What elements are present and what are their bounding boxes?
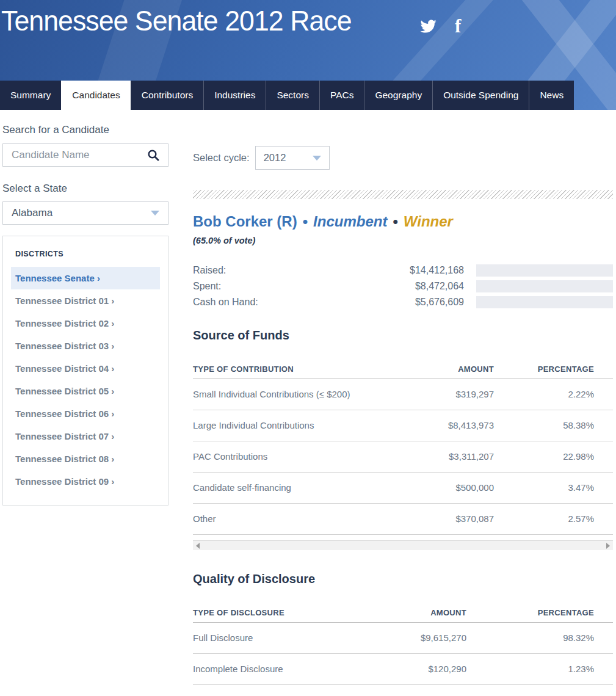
- scroll-left-icon[interactable]: [196, 543, 200, 549]
- district-item-05[interactable]: Tennessee District 05 ›: [11, 380, 160, 402]
- raised-amount: $14,412,168: [366, 264, 464, 277]
- district-item-06[interactable]: Tennessee District 06 ›: [11, 402, 160, 425]
- table-row: Incomplete Disclosure $120,290 1.23%: [193, 654, 613, 685]
- twitter-icon[interactable]: [419, 18, 438, 34]
- horizontal-scrollbar[interactable]: [193, 540, 613, 550]
- facebook-icon[interactable]: f: [455, 18, 461, 34]
- raised-bar-track: [476, 264, 613, 277]
- tab-industries[interactable]: Industries: [203, 81, 266, 110]
- column-header-amount: AMOUNT: [372, 364, 494, 374]
- spent-label: Spent:: [193, 280, 354, 292]
- page-header: Tennessee Senate 2012 Race f Summary Can…: [0, 0, 616, 110]
- contribution-amount: $500,000: [372, 482, 494, 493]
- contribution-percentage: 2.57%: [494, 513, 613, 524]
- social-share: f: [419, 18, 461, 34]
- quality-of-disclosure-title: Quality of Disclosure: [193, 572, 613, 586]
- search-candidate-heading: Search for a Candidate: [2, 124, 168, 136]
- spent-amount: $8,472,064: [366, 280, 464, 292]
- spent-bar-track: [476, 280, 613, 292]
- table-row: Other $370,087 2.57%: [193, 504, 613, 535]
- table-row: Large Individual Contributions $8,413,97…: [193, 410, 613, 441]
- district-item-03[interactable]: Tennessee District 03 ›: [11, 335, 160, 357]
- tab-news[interactable]: News: [529, 81, 574, 110]
- finance-row-cash: Cash on Hand: $5,676,609: [193, 296, 613, 308]
- raised-label: Raised:: [193, 264, 354, 277]
- contribution-type: Candidate self-financing: [193, 482, 372, 493]
- contribution-percentage: 2.22%: [494, 389, 613, 399]
- contribution-percentage: 22.98%: [494, 451, 613, 462]
- column-header-percentage: PERCENTAGE: [466, 608, 613, 617]
- column-header-percentage: PERCENTAGE: [494, 364, 613, 374]
- contribution-type: PAC Contributions: [193, 451, 372, 462]
- vote-share: (65.0% of vote): [193, 236, 613, 245]
- district-item-04[interactable]: Tennessee District 04 ›: [11, 357, 160, 380]
- column-header-type: TYPE OF DISCLOSURE: [193, 608, 344, 617]
- district-item-tennessee-senate[interactable]: Tennessee Senate ›: [11, 267, 160, 289]
- page-title: Tennessee Senate 2012 Race: [1, 4, 352, 37]
- disclosure-percentage: 98.32%: [466, 633, 613, 643]
- state-select[interactable]: Alabama: [2, 201, 168, 225]
- tab-outside-spending[interactable]: Outside Spending: [432, 81, 529, 110]
- district-item-09[interactable]: Tennessee District 09 ›: [11, 470, 160, 493]
- scroll-right-icon[interactable]: [606, 543, 610, 549]
- cycle-label: Select cycle:: [193, 152, 250, 164]
- bullet-separator: •: [303, 213, 308, 230]
- contribution-amount: $3,311,207: [372, 451, 494, 462]
- contribution-type: Small Individual Contributions (≤ $200): [193, 389, 372, 399]
- cycle-select[interactable]: 2012: [255, 146, 330, 170]
- candidate-heading: Bob Corker (R)•Incumbent•Winner: [193, 213, 613, 230]
- tab-sectors[interactable]: Sectors: [266, 81, 319, 110]
- district-item-02[interactable]: Tennessee District 02 ›: [11, 312, 160, 335]
- sidebar: Search for a Candidate Select a State Al…: [2, 124, 168, 506]
- table-row: Candidate self-financing $500,000 3.47%: [193, 473, 613, 504]
- disclosure-amount: $9,615,270: [344, 633, 466, 643]
- table-header-row: TYPE OF CONTRIBUTION AMOUNT PERCENTAGE: [193, 364, 613, 379]
- select-state-heading: Select a State: [2, 183, 168, 195]
- contribution-amount: $8,413,973: [372, 420, 494, 430]
- contribution-amount: $319,297: [372, 389, 494, 399]
- districts-heading: DISCTRICTS: [15, 250, 160, 258]
- page-content: Search for a Candidate Select a State Al…: [0, 110, 616, 696]
- district-item-01[interactable]: Tennessee District 01 ›: [11, 289, 160, 312]
- table-row: PAC Contributions $3,311,207 22.98%: [193, 441, 613, 473]
- race-tabs: Summary Candidates Contributors Industri…: [0, 81, 574, 110]
- table-row: Small Individual Contributions (≤ $200) …: [193, 379, 613, 410]
- candidate-search-box: [2, 143, 168, 167]
- source-of-funds-table: TYPE OF CONTRIBUTION AMOUNT PERCENTAGE S…: [193, 364, 613, 550]
- disclosure-amount: $120,290: [344, 664, 466, 674]
- contribution-type: Other: [193, 513, 372, 524]
- cycle-select-value: 2012: [264, 152, 286, 164]
- tab-pacs[interactable]: PACs: [319, 81, 364, 110]
- quality-of-disclosure-table: TYPE OF DISCLOSURE AMOUNT PERCENTAGE Ful…: [193, 608, 613, 696]
- candidate-result: Winner: [404, 213, 453, 230]
- bullet-separator: •: [393, 213, 397, 230]
- district-item-07[interactable]: Tennessee District 07 ›: [11, 425, 160, 448]
- finance-summary: Raised: $14,412,168 Spent: $8,472,064 Ca…: [193, 264, 613, 308]
- candidate-name: Bob Corker (R): [193, 213, 297, 230]
- candidate-status: Incumbent: [313, 213, 387, 230]
- state-select-value: Alabama: [12, 207, 53, 219]
- column-header-type: TYPE OF CONTRIBUTION: [193, 364, 372, 374]
- table-row: No Disclosure $43,525 0.45%: [193, 685, 613, 696]
- tab-summary[interactable]: Summary: [0, 81, 61, 110]
- candidate-search-input[interactable]: [12, 149, 147, 161]
- finance-row-raised: Raised: $14,412,168: [193, 264, 613, 277]
- disclosure-percentage: 1.23%: [466, 664, 613, 674]
- tab-candidates[interactable]: Candidates: [61, 81, 130, 110]
- search-icon[interactable]: [147, 149, 159, 161]
- cash-on-hand-label: Cash on Hand:: [193, 296, 354, 308]
- cash-bar-track: [476, 296, 613, 308]
- cash-on-hand-amount: $5,676,609: [366, 296, 464, 308]
- district-item-08[interactable]: Tennessee District 08 ›: [11, 448, 160, 470]
- table-row: Full Disclosure $9,615,270 98.32%: [193, 623, 613, 654]
- disclosure-type: Full Disclosure: [193, 633, 344, 643]
- contribution-percentage: 3.47%: [494, 482, 613, 493]
- contribution-percentage: 58.38%: [494, 420, 613, 430]
- finance-row-spent: Spent: $8,472,064: [193, 280, 613, 292]
- districts-panel: DISCTRICTS Tennessee Senate › Tennessee …: [2, 236, 168, 506]
- tab-geography[interactable]: Geography: [364, 81, 432, 110]
- cycle-row: Select cycle: 2012: [193, 146, 613, 170]
- disclosure-type: Incomplete Disclosure: [193, 664, 344, 674]
- table-header-row: TYPE OF DISCLOSURE AMOUNT PERCENTAGE: [193, 608, 613, 623]
- tab-contributors[interactable]: Contributors: [131, 81, 203, 110]
